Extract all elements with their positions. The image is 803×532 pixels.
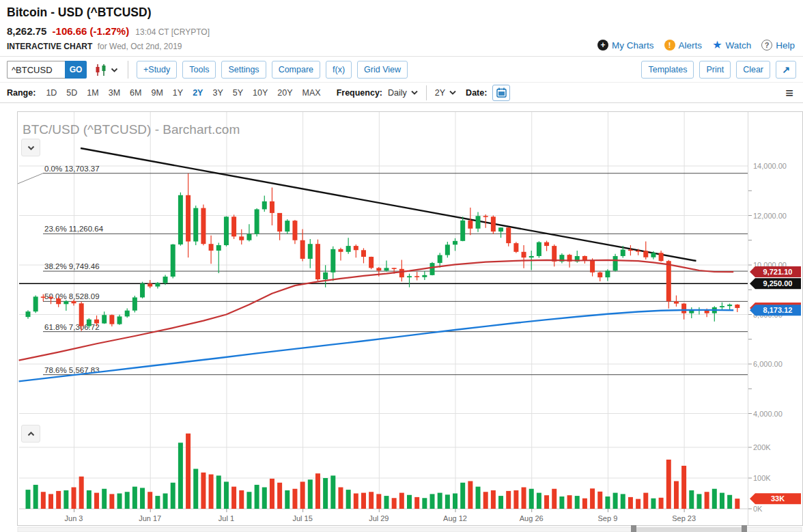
range-item-9m[interactable]: 9M bbox=[146, 88, 167, 98]
header-link-alerts[interactable]: !Alerts bbox=[664, 40, 703, 51]
candle bbox=[621, 250, 625, 256]
print-button[interactable]: Print bbox=[699, 61, 731, 79]
candle bbox=[438, 255, 442, 264]
templates-button[interactable]: Templates bbox=[641, 61, 694, 79]
candle bbox=[255, 209, 259, 234]
volume-bar bbox=[262, 488, 267, 509]
volume-bar bbox=[689, 490, 694, 509]
volume-bar bbox=[590, 488, 595, 509]
header-link-my-charts[interactable]: +My Charts bbox=[597, 40, 654, 51]
ma-fast bbox=[19, 260, 734, 361]
candle bbox=[270, 201, 274, 213]
range-item-10y[interactable]: 10Y bbox=[248, 88, 272, 98]
candle bbox=[513, 243, 518, 252]
price-badge-text: 8,173.12 bbox=[763, 306, 793, 314]
range-item-5y[interactable]: 5Y bbox=[228, 88, 248, 98]
candle bbox=[285, 221, 290, 232]
volume-bar bbox=[33, 485, 38, 509]
candle bbox=[277, 213, 282, 232]
volume-bar bbox=[430, 494, 435, 509]
candle bbox=[79, 303, 84, 326]
volume-bar bbox=[285, 490, 290, 509]
candle bbox=[239, 236, 244, 240]
volume-bar bbox=[529, 489, 534, 509]
volume-bar bbox=[681, 466, 686, 509]
volume-bar bbox=[613, 493, 618, 509]
tools-button[interactable]: Tools bbox=[182, 61, 216, 79]
range-item-3y[interactable]: 3Y bbox=[208, 88, 227, 98]
candle bbox=[674, 301, 679, 303]
range-item-6m[interactable]: 6M bbox=[125, 88, 146, 98]
volume-bar bbox=[361, 493, 366, 509]
candle bbox=[292, 221, 297, 240]
range-item-2y[interactable]: 2Y bbox=[188, 88, 208, 98]
range-item-1d[interactable]: 1D bbox=[41, 88, 61, 98]
volume-bar bbox=[48, 494, 53, 509]
expand-chart-button[interactable]: ↗ bbox=[776, 61, 796, 79]
volume-bar bbox=[453, 494, 457, 509]
candle bbox=[369, 257, 374, 268]
volume-bar bbox=[506, 491, 511, 509]
candle bbox=[155, 283, 160, 286]
header-link-help[interactable]: ?Help bbox=[761, 40, 795, 51]
study-button[interactable]: +Study bbox=[137, 61, 177, 79]
volume-bar bbox=[308, 479, 313, 509]
go-button[interactable]: GO bbox=[65, 61, 87, 79]
scrollbar-right-grip[interactable] bbox=[742, 525, 747, 532]
chart-type-selector[interactable] bbox=[95, 64, 118, 76]
period-dropdown[interactable]: 2Y bbox=[435, 88, 456, 98]
range-item-1m[interactable]: 1M bbox=[82, 88, 103, 98]
range-item-20y[interactable]: 20Y bbox=[272, 88, 297, 98]
volume-bar bbox=[605, 496, 610, 509]
toolbar-buttons: +StudyToolsSettingsComparef(x)Grid View bbox=[137, 61, 413, 79]
range-item-1y[interactable]: 1Y bbox=[168, 88, 188, 98]
candle bbox=[354, 246, 358, 250]
clear-button[interactable]: Clear bbox=[736, 61, 770, 79]
volume-pane-collapse-button[interactable] bbox=[21, 425, 40, 443]
quote-time: 13:04 CT [CRYPTO] bbox=[135, 27, 210, 37]
candle bbox=[483, 216, 488, 217]
candle bbox=[727, 305, 732, 306]
candle bbox=[262, 201, 267, 210]
candle bbox=[132, 297, 137, 310]
compare-button[interactable]: Compare bbox=[272, 61, 320, 79]
range-item-3m[interactable]: 3M bbox=[104, 88, 125, 98]
candle bbox=[384, 268, 389, 270]
header-link-watch[interactable]: ★Watch bbox=[712, 40, 751, 51]
candle bbox=[163, 277, 168, 283]
price-pane-collapse-button[interactable] bbox=[21, 139, 40, 156]
volume-bar bbox=[354, 494, 358, 509]
x-axis-label: Jul 15 bbox=[292, 514, 312, 522]
candle bbox=[468, 221, 473, 229]
volume-bar bbox=[186, 434, 191, 509]
candle bbox=[407, 276, 412, 277]
date-picker-button[interactable] bbox=[492, 85, 510, 101]
candle bbox=[64, 301, 68, 304]
candle bbox=[422, 275, 427, 277]
f-x-button[interactable]: f(x) bbox=[326, 61, 352, 79]
candle bbox=[590, 260, 595, 272]
candle bbox=[346, 246, 351, 252]
volume-bar bbox=[651, 499, 656, 509]
frequency-dropdown[interactable]: Daily bbox=[388, 88, 418, 98]
volume-bar bbox=[567, 495, 572, 509]
scrollbar-left-grip[interactable] bbox=[631, 525, 636, 532]
menu-icon[interactable]: ≡ bbox=[785, 86, 793, 100]
symbol-input[interactable] bbox=[7, 61, 65, 79]
period-value: 2Y bbox=[435, 88, 445, 98]
volume-bar bbox=[300, 481, 305, 509]
volume-axis-label: 100K bbox=[753, 474, 771, 482]
volume-bar bbox=[460, 483, 465, 509]
x-axis-label: Jun 17 bbox=[139, 514, 161, 522]
grid-view-button[interactable]: Grid View bbox=[357, 61, 408, 79]
candle bbox=[315, 244, 320, 279]
toolbar-divider bbox=[128, 61, 128, 79]
fib-level-label: 23.6% 11,260.64 bbox=[44, 225, 104, 233]
range-item-5d[interactable]: 5D bbox=[61, 88, 82, 98]
volume-badge-text: 33K bbox=[771, 494, 785, 503]
candle bbox=[41, 296, 46, 298]
settings-button[interactable]: Settings bbox=[221, 61, 266, 79]
range-item-max[interactable]: MAX bbox=[298, 88, 326, 98]
candle bbox=[109, 315, 114, 324]
scrollbar-thumb[interactable] bbox=[634, 527, 744, 532]
